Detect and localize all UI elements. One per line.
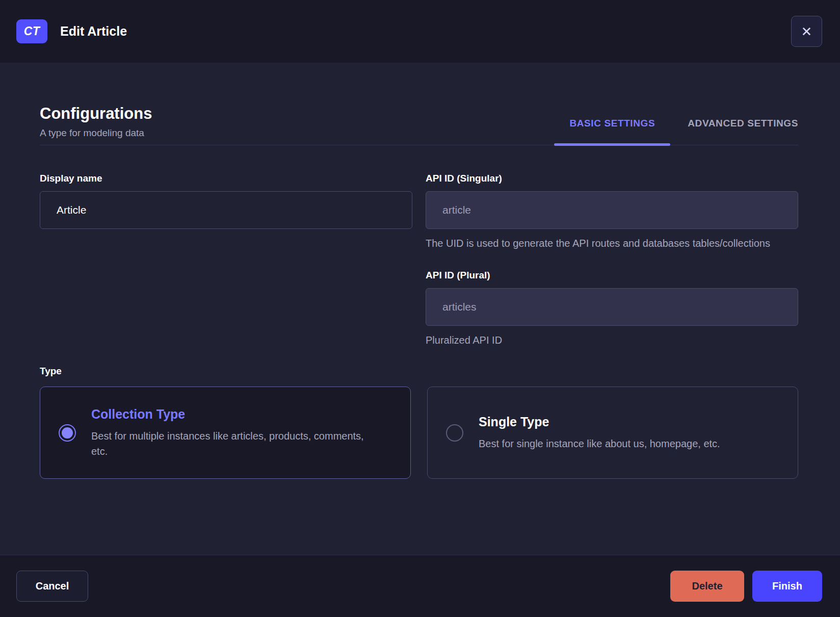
section-head: Configurations A type for modeling data … (40, 105, 798, 145)
modal-title: Edit Article (60, 24, 127, 39)
api-id-plural-label: API ID (Plural) (426, 270, 798, 281)
radio-selected-icon[interactable] (59, 424, 76, 442)
type-option-single-text: Single Type Best for single instance lik… (479, 415, 720, 451)
configuration-form: Display name API ID (Singular) The UID i… (40, 173, 798, 348)
tab-basic-settings-label: BASIC SETTINGS (569, 118, 655, 128)
page-title: Configurations (40, 105, 152, 123)
type-option-single-title: Single Type (479, 415, 720, 429)
type-option-single[interactable]: Single Type Best for single instance lik… (427, 387, 798, 479)
type-option-collection-title: Collection Type (91, 407, 369, 422)
tab-basic-settings[interactable]: BASIC SETTINGS (569, 118, 655, 129)
type-option-collection-text: Collection Type Best for multiple instan… (91, 407, 369, 459)
display-name-field: Display name (40, 173, 412, 229)
modal-body: Configurations A type for modeling data … (0, 63, 840, 555)
type-option-collection[interactable]: Collection Type Best for multiple instan… (40, 387, 411, 479)
modal-footer: Cancel Delete Finish (0, 555, 840, 617)
api-id-singular-hint: The UID is used to generate the API rout… (426, 236, 798, 251)
tab-advanced-settings-label: ADVANCED SETTINGS (688, 118, 798, 128)
close-icon: ✕ (801, 25, 812, 38)
close-button[interactable]: ✕ (791, 16, 822, 47)
form-left-column: Display name (40, 173, 412, 348)
modal-header: CT Edit Article ✕ (0, 0, 840, 63)
page-subtitle: A type for modeling data (40, 127, 152, 139)
display-name-label: Display name (40, 173, 412, 184)
form-right-column: API ID (Singular) The UID is used to gen… (426, 173, 798, 348)
cancel-button[interactable]: Cancel (16, 571, 88, 602)
delete-button[interactable]: Delete (670, 571, 744, 602)
type-options: Collection Type Best for multiple instan… (40, 387, 798, 479)
api-id-singular-input[interactable] (426, 191, 798, 229)
api-id-plural-field: API ID (Plural) Pluralized API ID (426, 270, 798, 348)
edit-content-type-modal: CT Edit Article ✕ Configurations A type … (0, 0, 840, 617)
type-option-single-description: Best for single instance like about us, … (479, 436, 720, 451)
api-id-singular-field: API ID (Singular) The UID is used to gen… (426, 173, 798, 251)
type-option-collection-description: Best for multiple instances like article… (91, 428, 369, 459)
type-label: Type (40, 366, 798, 377)
display-name-input[interactable] (40, 191, 412, 229)
settings-tabs: BASIC SETTINGS ADVANCED SETTINGS (569, 118, 798, 145)
content-type-badge: CT (16, 19, 47, 43)
tab-advanced-settings[interactable]: ADVANCED SETTINGS (688, 118, 798, 129)
content-type-badge-label: CT (24, 24, 40, 38)
section-head-text: Configurations A type for modeling data (40, 105, 152, 145)
api-id-plural-hint: Pluralized API ID (426, 332, 798, 348)
api-id-plural-input[interactable] (426, 288, 798, 326)
type-section: Type Collection Type Best for multiple i… (40, 366, 798, 479)
api-id-singular-label: API ID (Singular) (426, 173, 798, 184)
radio-unselected-icon[interactable] (446, 424, 463, 442)
finish-button[interactable]: Finish (752, 571, 822, 602)
